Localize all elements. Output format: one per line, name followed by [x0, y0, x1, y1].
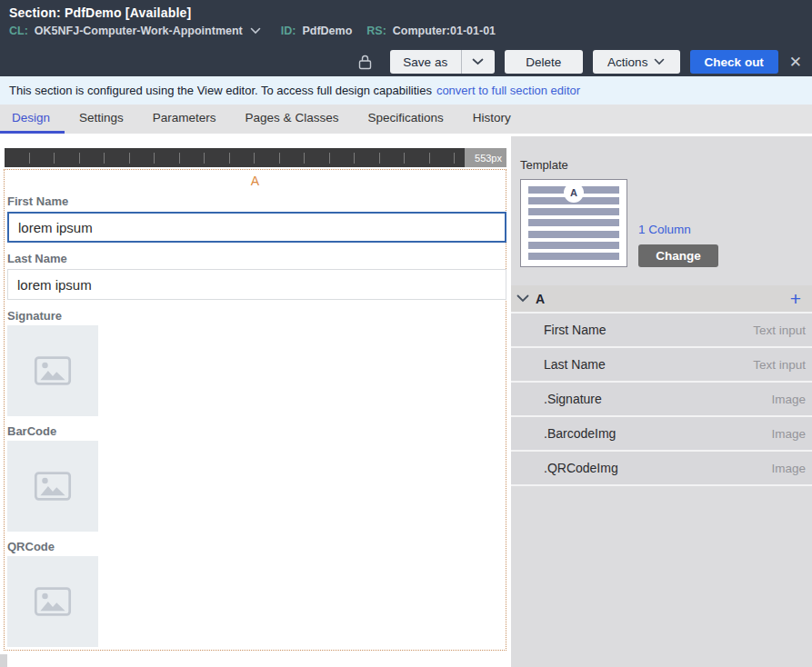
field-row-type: Image [771, 462, 806, 475]
convert-to-full-editor-link[interactable]: convert to full section editor [436, 84, 580, 97]
field-label-qrcode: QRCode [7, 540, 504, 553]
chevron-down-icon [654, 58, 665, 65]
template-name-link[interactable]: 1 Column [638, 223, 718, 236]
field-row-last-name[interactable]: Last Name Text input [511, 348, 812, 383]
scrollbar-corner [0, 654, 7, 667]
actions-button-label: Actions [607, 55, 647, 69]
field-row-label: .BarcodeImg [544, 426, 616, 441]
field-row-type: Text input [753, 358, 806, 372]
delete-button[interactable]: Delete [505, 50, 583, 74]
design-canvas-area: 553px A First Name Last Name Signature B… [0, 134, 511, 667]
template-thumbnail[interactable]: A [520, 179, 627, 267]
toolbar: Save as Delete Actions Check out ✕ [0, 47, 812, 76]
field-row-type: Image [771, 393, 806, 406]
template-region-badge: A [564, 183, 584, 203]
field-row-label: Last Name [544, 357, 606, 372]
field-row-label: .Signature [544, 392, 602, 406]
signature-image-placeholder[interactable] [7, 325, 98, 416]
template-row: A 1 Column Change [520, 179, 812, 267]
tab-history[interactable]: History [458, 105, 526, 134]
tab-design[interactable]: Design [0, 105, 65, 134]
field-row-barcodeimg[interactable]: .BarcodeImg Image [511, 417, 812, 452]
ruleset-value: Computer:01-01-01 [393, 25, 496, 37]
close-icon[interactable]: ✕ [789, 55, 802, 70]
qrcode-image-placeholder[interactable] [7, 556, 98, 647]
field-row-first-name[interactable]: First Name Text input [511, 314, 812, 348]
ruler-ticks [5, 148, 465, 167]
ruler-width-badge: 553px [465, 148, 506, 167]
section-canvas[interactable]: A First Name Last Name Signature BarCode… [4, 169, 506, 651]
field-row-qrcodeimg[interactable]: .QRCodeImg Image [511, 452, 812, 486]
ruleset-label: RS: [366, 25, 386, 37]
notice-text: This section is configured using the Vie… [9, 84, 432, 97]
app-root: Section: PdfDemo [Available] CL: OK5NFJ-… [0, 0, 812, 667]
field-label-barcode: BarCode [7, 424, 504, 438]
image-placeholder-icon [34, 586, 72, 617]
template-label: Template [520, 158, 812, 172]
notice-bar: This section is configured using the Vie… [0, 76, 812, 105]
page-title: Section: PdfDemo [Available] [9, 5, 803, 20]
main-content: 553px A First Name Last Name Signature B… [0, 134, 812, 667]
id-label: ID: [281, 25, 296, 37]
actions-button[interactable]: Actions [593, 50, 680, 74]
field-row-label: .QRCodeImg [544, 461, 618, 475]
field-row-label: First Name [544, 323, 606, 337]
tab-parameters[interactable]: Parameters [138, 105, 231, 134]
tab-specifications[interactable]: Specifications [353, 105, 457, 134]
change-template-button[interactable]: Change [638, 244, 718, 267]
field-label-signature: Signature [7, 309, 504, 323]
collapse-chevron-icon[interactable] [516, 294, 529, 303]
save-as-split-button: Save as [390, 50, 495, 74]
class-value: OK5NFJ-Computer-Work-Appointment [35, 25, 243, 37]
save-as-caret-icon[interactable] [462, 50, 495, 74]
field-row-signature[interactable]: .Signature Image [511, 383, 812, 417]
region-group-letter: A [536, 292, 545, 306]
properties-panel: Template A 1 Column Change [511, 136, 812, 667]
field-label-first-name: First Name [7, 194, 504, 208]
image-placeholder-icon [34, 471, 72, 502]
region-a-marker: A [6, 174, 504, 189]
save-as-button[interactable]: Save as [390, 50, 461, 74]
tab-settings[interactable]: Settings [65, 105, 138, 134]
chevron-down-icon[interactable] [250, 27, 261, 35]
image-placeholder-icon [34, 355, 72, 386]
add-field-icon[interactable]: + [790, 289, 801, 308]
id-value: PdfDemo [302, 25, 352, 37]
rule-meta: CL: OK5NFJ-Computer-Work-Appointment ID:… [9, 25, 803, 37]
rule-header: Section: PdfDemo [Available] CL: OK5NFJ-… [0, 0, 812, 47]
class-label: CL: [9, 25, 28, 37]
field-label-last-name: Last Name [7, 252, 504, 265]
lock-icon[interactable] [358, 55, 372, 70]
check-out-button[interactable]: Check out [690, 50, 778, 74]
field-row-type: Image [771, 427, 806, 441]
width-ruler: 553px [5, 148, 506, 167]
barcode-image-placeholder[interactable] [7, 441, 98, 532]
template-meta: 1 Column Change [638, 179, 718, 267]
last-name-input[interactable] [7, 269, 506, 300]
first-name-input[interactable] [7, 212, 506, 243]
tab-pages-classes[interactable]: Pages & Classes [231, 105, 354, 134]
tab-bar: Design Settings Parameters Pages & Class… [0, 105, 812, 134]
field-row-type: Text input [753, 324, 806, 337]
region-group-header[interactable]: A + [511, 285, 812, 314]
